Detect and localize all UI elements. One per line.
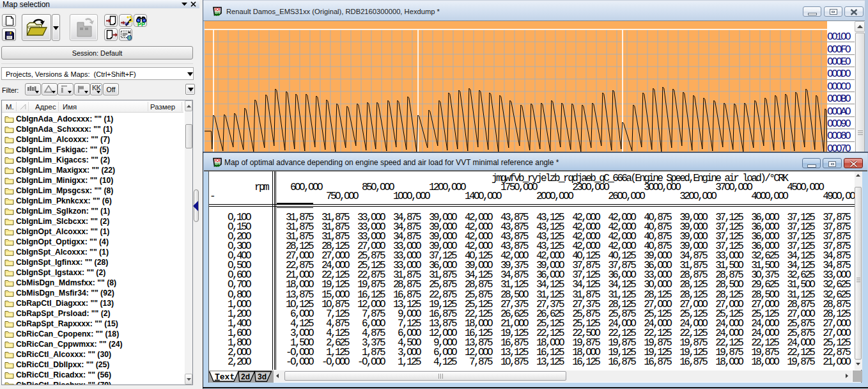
svg-text:2d: 2d xyxy=(241,372,250,381)
svg-text:PP: PP xyxy=(137,21,144,28)
svg-text:IOI: IOI xyxy=(215,158,221,163)
svg-text:Text: Text xyxy=(215,372,235,381)
svg-text:3d: 3d xyxy=(258,372,267,381)
svg-text:ia: ia xyxy=(125,21,128,26)
svg-text:IOI: IOI xyxy=(215,7,221,12)
